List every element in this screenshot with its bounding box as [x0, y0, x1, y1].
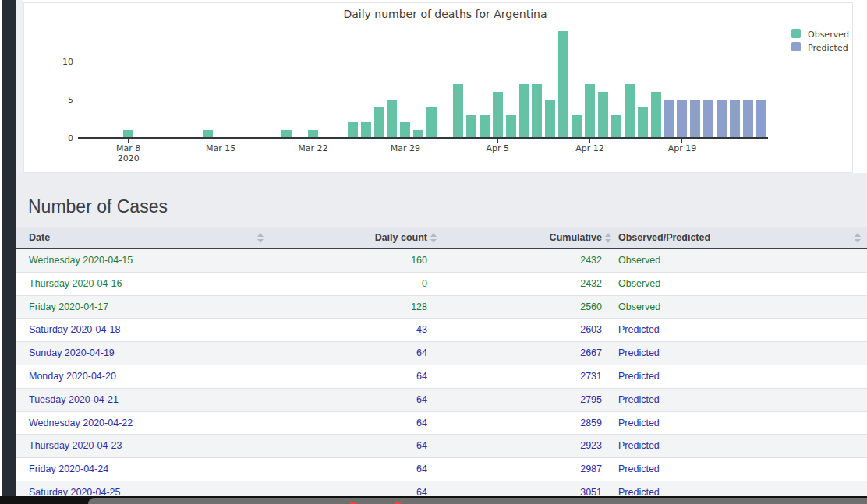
sort-up-arrow [855, 233, 861, 237]
table-row: Thursday 2020-04-23642923Predicted [16, 435, 867, 458]
column-header-date: Date [29, 227, 50, 248]
bar-observed [598, 92, 608, 138]
sort-down-arrow [855, 239, 861, 243]
cell-observed-predicted: Predicted [618, 342, 660, 365]
cell-cumulative: 2859 [580, 412, 602, 435]
cell-cumulative: 2923 [580, 435, 602, 457]
cell-cumulative: 2795 [580, 389, 602, 411]
bar-observed [348, 122, 358, 138]
x-axis-tick-mark [405, 139, 405, 143]
bar-predicted [677, 100, 687, 138]
predicted-legend-swatch [791, 42, 801, 51]
cell-observed-predicted: Predicted [618, 412, 660, 435]
cell-date: Saturday 2020-04-18 [29, 319, 120, 341]
cell-date: Friday 2020-04-24 [29, 458, 108, 481]
bar-observed [453, 84, 463, 138]
cell-daily-count: 64 [416, 342, 427, 365]
sort-down-arrow [430, 239, 437, 243]
cell-date: Tuesday 2020-04-21 [29, 389, 119, 411]
column-header-observed-predicted: Observed/Predicted [618, 227, 710, 248]
x-axis-tick-label: Apr 5 [470, 143, 525, 153]
observed-legend-swatch [791, 29, 801, 38]
sort-up-arrow [605, 233, 611, 237]
bar-predicted [730, 100, 740, 138]
y-axis-tick-label: 10 [42, 57, 73, 67]
table-row: Wednesday 2020-04-22642859Predicted [16, 412, 867, 435]
sort-icon[interactable] [855, 233, 862, 243]
legend-item-observed[interactable]: Observed [791, 29, 854, 40]
cell-cumulative: 2603 [580, 319, 602, 341]
bar-predicted [690, 100, 700, 138]
bar-predicted [703, 100, 713, 138]
cell-observed-predicted: Predicted [618, 458, 660, 481]
table-row: Sunday 2020-04-19642667Predicted [16, 342, 867, 365]
table-row: Tuesday 2020-04-21642795Predicted [16, 389, 867, 412]
cell-observed-predicted: Predicted [618, 435, 660, 457]
cell-date: Monday 2020-04-20 [29, 365, 116, 388]
bar-predicted [717, 100, 727, 138]
table-row: Monday 2020-04-20642731Predicted [16, 365, 867, 389]
cell-daily-count: 128 [411, 296, 427, 319]
bar-observed [611, 115, 621, 138]
cell-cumulative: 2667 [580, 342, 602, 365]
bar-observed [387, 100, 397, 138]
x-axis-tick-sublabel: 2020 [101, 153, 156, 164]
bar-observed [651, 92, 661, 138]
cell-cumulative: 2560 [580, 296, 602, 319]
cell-observed-predicted: Observed [618, 273, 660, 295]
dashboard-screen: Daily number of deaths for Argentina 051… [0, 0, 867, 504]
x-axis-tick-label: Apr 12 [563, 143, 618, 153]
cell-observed-predicted: Predicted [618, 365, 660, 388]
sort-icon[interactable] [430, 233, 437, 243]
cell-daily-count: 64 [416, 458, 427, 481]
x-axis-tick-label: Mar 22 [285, 143, 340, 153]
cell-observed-predicted: Predicted [618, 319, 660, 341]
sort-icon[interactable] [257, 233, 264, 243]
table-row: Thursday 2020-04-1602432Observed [16, 273, 867, 296]
cell-daily-count: 64 [416, 435, 427, 457]
bar-observed [545, 100, 555, 138]
bar-observed [585, 84, 595, 138]
sort-up-arrow [430, 233, 437, 237]
cell-observed-predicted: Observed [618, 296, 660, 319]
bar-observed [558, 31, 568, 138]
bar-observed [532, 84, 542, 138]
bar-observed [374, 107, 384, 138]
legend-label: Predicted [808, 43, 848, 53]
y-axis-tick-label: 0 [42, 133, 73, 143]
dock-shelf[interactable] [88, 498, 867, 504]
y-axis-tick-label: 5 [42, 95, 73, 105]
bar-observed [493, 92, 503, 138]
bar-predicted [756, 100, 766, 138]
cell-date: Sunday 2020-04-19 [29, 342, 115, 365]
column-header-cumulative: Cumulative [550, 227, 602, 248]
bar-observed [466, 115, 476, 138]
bar-observed [638, 107, 648, 138]
cell-date: Wednesday 2020-04-22 [29, 412, 133, 435]
bar-observed [572, 115, 582, 138]
table-row: Saturday 2020-04-18432603Predicted [16, 319, 867, 342]
cell-cumulative: 2432 [580, 273, 602, 295]
cell-observed-predicted: Observed [618, 249, 660, 272]
cell-date: Friday 2020-04-17 [29, 296, 108, 319]
bar-observed [625, 84, 635, 138]
table-row: Wednesday 2020-04-151602432Observed [16, 249, 867, 273]
sort-icon[interactable] [605, 233, 612, 243]
cell-daily-count: 64 [416, 389, 427, 411]
x-axis-tick-mark [313, 139, 313, 143]
cell-cumulative: 2987 [580, 458, 602, 481]
cell-cumulative: 2731 [580, 365, 602, 388]
legend-item-predicted[interactable]: Predicted [791, 42, 854, 53]
x-axis-tick-mark [589, 139, 590, 143]
bar-observed [480, 115, 490, 138]
gridline [78, 62, 768, 62]
cell-daily-count: 43 [416, 319, 427, 341]
column-header-daily-count: Daily count [375, 227, 427, 248]
bar-predicted [743, 100, 753, 138]
bar-observed [400, 122, 410, 138]
table-row: Friday 2020-04-24642987Predicted [16, 458, 867, 481]
sort-down-arrow [257, 239, 264, 243]
x-axis-tick-label: Mar 29 [378, 143, 433, 153]
bar-observed [519, 84, 529, 138]
legend-label: Observed [808, 30, 849, 40]
